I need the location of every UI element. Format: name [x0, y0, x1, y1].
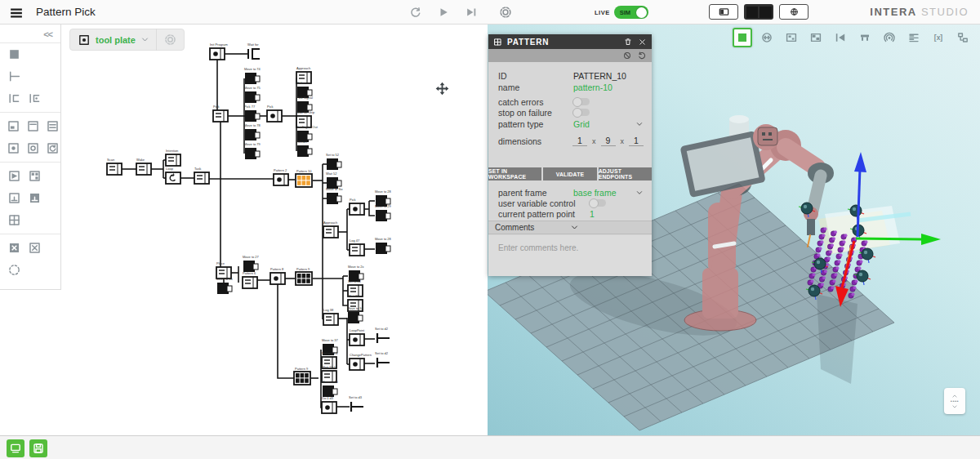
restart-icon[interactable]	[408, 5, 422, 19]
comments-section-header[interactable]: Comments	[488, 221, 652, 234]
validate-button[interactable]: VALIDATE	[543, 167, 596, 180]
tree-node-do-0-d3[interactable]: Do 0 d3	[322, 396, 336, 413]
tree-node-move-to-79[interactable]: Move to 79	[244, 142, 261, 159]
tree-node-pick[interactable]: Pick	[267, 105, 282, 122]
tree-node-task[interactable]: Task	[194, 167, 209, 184]
undo-icon[interactable]	[637, 51, 647, 60]
viewport-table-button[interactable]	[855, 28, 875, 47]
save-button[interactable]	[29, 439, 47, 457]
palette-p-lasso-icon[interactable]	[6, 261, 23, 279]
play-icon[interactable]	[437, 6, 450, 19]
tree-node-set-to-d2[interactable]: Set to d2	[375, 327, 390, 343]
palette-p-box-bottom-icon[interactable]	[6, 118, 22, 135]
tree-node-log-47[interactable]: Log 47	[350, 238, 364, 256]
tree-node-set-to-d3[interactable]: Set to d3	[349, 395, 363, 412]
palette-collapse-button[interactable]: <<	[0, 28, 60, 43]
viewport-expr-button[interactable]: [x]	[929, 28, 948, 47]
chevron-down-icon[interactable]	[635, 120, 644, 128]
palette-p-square-icon[interactable]	[6, 46, 23, 63]
disable-icon[interactable]	[622, 51, 632, 60]
palette-p-tee-filled-icon[interactable]	[26, 189, 43, 207]
tree-node-wait-52[interactable]: Wait 52	[326, 172, 341, 189]
tree-node-set-to-52[interactable]: Set to 52	[326, 153, 341, 170]
set-in-workspace-button[interactable]: SET IN WORKSPACE	[488, 167, 541, 180]
viewport-tiles-button[interactable]	[806, 28, 826, 47]
trash-icon[interactable]	[623, 37, 633, 47]
tree-node-pattern-2[interactable]: Pattern 2	[274, 168, 288, 185]
palette-p-grid-icon[interactable]	[6, 212, 23, 229]
tree-node-pattern-6[interactable]: Pattern 6	[243, 271, 257, 288]
palette-p-flag-icon[interactable]	[6, 167, 23, 185]
tree-node-pick[interactable]: Pick	[350, 198, 364, 215]
tree-node-pick[interactable]: Pick	[213, 105, 228, 122]
tree-node-move-to-74[interactable]: Move to 74	[244, 67, 261, 84]
palette-p-box-loop-icon[interactable]	[44, 140, 60, 157]
viewport-handle-button[interactable]: ••••	[944, 388, 965, 414]
pattern-type-value[interactable]: Grid	[573, 119, 590, 129]
catch-errors-toggle[interactable]	[573, 98, 590, 105]
palette-p-tee-icon[interactable]	[6, 189, 23, 207]
tree-node-move-to-28[interactable]: Move to 28	[375, 237, 392, 254]
tree-node-loop[interactable]: Loop	[166, 167, 180, 184]
tree-node-wake[interactable]: Wake	[136, 158, 151, 175]
palette-p-box-dot-icon[interactable]	[6, 140, 22, 157]
tool-plate-settings[interactable]	[157, 33, 184, 47]
viewport-pip-button[interactable]	[782, 28, 801, 47]
viewport-square-green-button[interactable]	[733, 28, 752, 47]
sim-toggle[interactable]: SIM	[614, 6, 648, 19]
tree-node-move-to-75[interactable]: Move to 75	[244, 86, 261, 103]
palette-p-box-top-icon[interactable]	[25, 118, 42, 135]
layout-3d-toggle[interactable]	[779, 4, 808, 20]
pattern-panel-header[interactable]: PATTERN	[488, 34, 652, 49]
close-icon[interactable]	[638, 38, 647, 47]
behavior-tree[interactable]: Init ProgramWait forPickMove to 74Move t…	[0, 25, 488, 435]
step-forward-icon[interactable]	[465, 6, 478, 19]
dimension-y-input[interactable]: 9	[601, 136, 616, 146]
tree-node-set-to-d2[interactable]: Set to d2	[375, 351, 390, 368]
palette-p-x-icon[interactable]	[26, 239, 43, 256]
tree-node-move-to-78[interactable]: Move to 78	[244, 123, 261, 140]
dimension-z-input[interactable]: 1	[629, 136, 644, 146]
viewport-diameter-button[interactable]	[757, 28, 777, 47]
layout-split-toggle[interactable]	[744, 4, 773, 20]
palette-p-box-ring-icon[interactable]	[25, 140, 42, 157]
tree-node-pattern-8[interactable]: Pattern 8	[270, 267, 285, 284]
viewport-list-button[interactable]	[904, 28, 924, 47]
tree-node-log-38[interactable]: Log 38	[323, 308, 338, 325]
tree-node-pattern-9[interactable]: Pattern 9	[296, 267, 312, 285]
tree-node-retract[interactable]: Retract	[296, 140, 312, 157]
tree-node-move-to-29[interactable]: Move to 29	[375, 204, 392, 221]
tree-node-pick-77[interactable]: Pick 77	[244, 105, 260, 122]
settings-gear-icon[interactable]	[498, 5, 513, 20]
tree-node-changepattern[interactable]: ChangePattern	[350, 353, 372, 370]
palette-p-seq-dot-icon[interactable]	[26, 90, 43, 107]
tree-node-move-to-35[interactable]: Move to 35	[216, 277, 234, 294]
palette-p-box-middle-icon[interactable]	[44, 118, 60, 135]
tree-node-wait-for[interactable]: Wait for	[247, 42, 260, 59]
name-value[interactable]: pattern-10	[573, 82, 612, 92]
user-variable-toggle[interactable]	[590, 199, 606, 207]
tree-node-move-to-27[interactable]: Move to 27	[243, 255, 260, 272]
tree-node-approach[interactable]: Approach	[323, 221, 338, 238]
menu-icon[interactable]	[8, 5, 24, 21]
comments-input[interactable]: Enter comments here.	[488, 235, 652, 276]
tree-node-intention[interactable]: Intention	[166, 149, 180, 166]
tree-node-move-or-so[interactable]: Move or So	[326, 187, 343, 204]
adjust-endpoints-button[interactable]: ADJUST ENDPOINTS	[599, 167, 652, 180]
head-screen-button[interactable]	[7, 439, 24, 457]
tree-node-looppoint[interactable]: LoopPoint	[350, 328, 365, 345]
tree-node-move-to-40[interactable]: Move to 40	[322, 380, 339, 397]
palette-p-x-filled-icon[interactable]	[6, 239, 23, 256]
layout-panel-toggle[interactable]	[709, 4, 738, 20]
palette-p-corners-icon[interactable]	[26, 167, 43, 185]
chevron-down-icon[interactable]	[635, 189, 644, 197]
tree-node-pattern-9[interactable]: Pattern 9	[294, 367, 310, 385]
current-point-value[interactable]: 1	[590, 209, 595, 219]
tool-plate-select[interactable]: tool plate	[70, 33, 156, 47]
palette-p-seq-icon[interactable]	[6, 90, 23, 107]
stop-on-failure-toggle[interactable]	[573, 109, 590, 116]
tree-node-place[interactable]: Place	[216, 261, 231, 279]
tree-node-move-to-34[interactable]: Move to 34	[347, 306, 364, 323]
viewport-flow-button[interactable]	[953, 28, 973, 47]
behavior-tree-canvas[interactable]: Init ProgramWait forPickMove to 74Move t…	[0, 25, 488, 435]
